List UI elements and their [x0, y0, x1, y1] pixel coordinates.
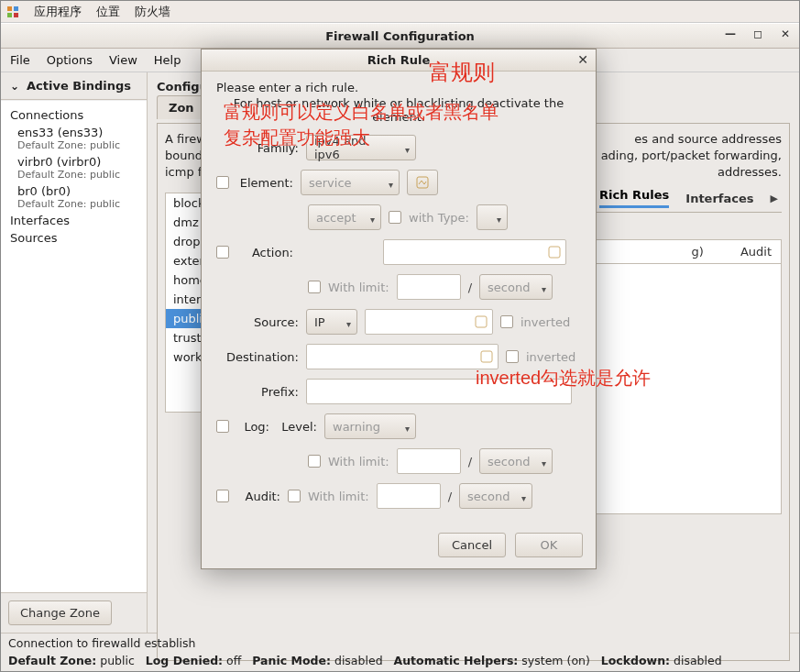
- element-checkbox[interactable]: [216, 176, 229, 189]
- dialog-intro: Please enter a rich rule.: [216, 81, 581, 94]
- col-gap: g): [692, 245, 704, 259]
- connection-sub: Default Zone: public: [17, 139, 147, 151]
- connection-item[interactable]: virbr0 (virbr0) Default Zone: public: [1, 153, 147, 182]
- log-limit-unit[interactable]: second▾: [479, 448, 553, 474]
- caret-down-icon: ▾: [389, 180, 393, 190]
- with-type-label: with Type:: [409, 211, 469, 225]
- with-type-checkbox[interactable]: [389, 211, 401, 224]
- log-withlimit-checkbox[interactable]: [308, 455, 321, 468]
- action-label: Action:: [236, 246, 293, 259]
- element-picker-button[interactable]: [407, 170, 438, 195]
- action-input[interactable]: [383, 239, 566, 265]
- change-zone-button[interactable]: Change Zone: [8, 600, 112, 625]
- caret-down-icon: ▾: [521, 493, 526, 503]
- group-interfaces[interactable]: Interfaces: [1, 212, 147, 229]
- element-select[interactable]: service▾: [301, 170, 400, 195]
- audit-checkbox[interactable]: [216, 490, 229, 502]
- audit-limit-unit[interactable]: second▾: [459, 483, 532, 509]
- caret-down-icon: ▾: [370, 215, 375, 225]
- with-limit-label: With limit:: [328, 455, 389, 468]
- desktop-menu-firewall[interactable]: 防火墙: [135, 4, 170, 20]
- tab-rich-rules[interactable]: Rich Rules: [599, 188, 669, 208]
- close-icon[interactable]: ✕: [577, 52, 588, 67]
- connection-item[interactable]: ens33 (ens33) Default Zone: public: [1, 124, 147, 153]
- svg-rect-7: [481, 351, 492, 362]
- dest-inverted-label: inverted: [526, 350, 575, 364]
- menu-options[interactable]: Options: [47, 53, 93, 67]
- window-close-icon[interactable]: ✕: [777, 26, 794, 42]
- log-limit-input[interactable]: [397, 448, 461, 474]
- connection-name: br0 (br0): [17, 184, 147, 198]
- window-minimize-icon[interactable]: —: [722, 26, 739, 42]
- menu-file[interactable]: File: [10, 53, 30, 67]
- active-bindings-header[interactable]: ⌄ Active Bindings: [1, 72, 147, 100]
- family-select[interactable]: ipv4 and ipv6▾: [306, 135, 416, 160]
- svg-rect-2: [7, 13, 12, 17]
- destination-label: Destination:: [216, 350, 299, 364]
- accept-select[interactable]: accept▾: [308, 204, 381, 230]
- with-limit-label: With limit:: [308, 490, 369, 503]
- audit-withlimit-checkbox[interactable]: [288, 490, 301, 502]
- dialog-titlebar: Rich Rule ✕: [202, 50, 596, 72]
- svg-rect-1: [14, 6, 18, 11]
- desktop-menubar: 应用程序 位置 防火墙: [1, 1, 799, 23]
- level-select[interactable]: warning▾: [324, 413, 416, 439]
- connection-name: ens33 (ens33): [17, 126, 147, 139]
- cancel-button[interactable]: Cancel: [438, 533, 506, 557]
- picker-icon: [547, 245, 562, 259]
- level-label: Level:: [277, 420, 317, 434]
- source-type-select[interactable]: IP▾: [306, 309, 357, 335]
- prefix-label: Prefix:: [216, 385, 299, 399]
- caret-down-icon: ▾: [542, 458, 546, 468]
- tab-interfaces[interactable]: Interfaces: [685, 192, 753, 205]
- caret-down-icon: ▾: [405, 424, 410, 434]
- caret-down-icon: ▾: [542, 284, 546, 294]
- chevron-down-icon: ⌄: [10, 80, 19, 93]
- prefix-input[interactable]: [306, 379, 572, 404]
- family-label: Family:: [216, 141, 299, 155]
- svg-rect-0: [7, 6, 12, 11]
- connection-sub: Default Zone: public: [17, 198, 147, 210]
- audit-limit-input[interactable]: [377, 483, 441, 509]
- action-withlimit-checkbox[interactable]: [308, 281, 321, 293]
- connection-name: virbr0 (virbr0): [17, 155, 147, 169]
- group-connections[interactable]: Connections: [1, 106, 147, 124]
- connection-item[interactable]: br0 (br0) Default Zone: public: [1, 182, 147, 212]
- col-audit: Audit: [740, 245, 772, 259]
- dest-inverted-checkbox[interactable]: [506, 350, 519, 363]
- desktop-menu-places[interactable]: 位置: [96, 4, 120, 20]
- menu-view[interactable]: View: [109, 53, 137, 67]
- menu-help[interactable]: Help: [154, 53, 181, 67]
- source-input[interactable]: [365, 309, 493, 335]
- caret-down-icon: ▾: [405, 145, 410, 155]
- action-checkbox[interactable]: [216, 246, 229, 259]
- dialog-title: Rich Rule: [367, 53, 431, 67]
- source-inverted-label: inverted: [521, 315, 570, 329]
- ok-button[interactable]: OK: [515, 533, 583, 557]
- svg-rect-6: [476, 316, 487, 327]
- caret-down-icon: ▾: [346, 319, 351, 329]
- dialog-subintro: For host or network white or blacklistin…: [216, 96, 581, 124]
- picker-icon: [474, 314, 488, 329]
- active-bindings-label: Active Bindings: [27, 79, 131, 93]
- window-titlebar: Firewall Configuration — ◻ ✕: [1, 23, 799, 49]
- with-limit-label: With limit:: [328, 281, 389, 294]
- svg-rect-5: [549, 247, 560, 258]
- action-limit-unit[interactable]: second▾: [479, 274, 553, 300]
- source-inverted-checkbox[interactable]: [500, 315, 513, 328]
- caret-down-icon: ▾: [497, 215, 501, 225]
- tab-zones[interactable]: Zon: [157, 95, 206, 119]
- connection-sub: Default Zone: public: [17, 169, 147, 181]
- picker-icon: [415, 175, 430, 190]
- svg-rect-3: [14, 13, 18, 17]
- group-sources[interactable]: Sources: [1, 229, 147, 247]
- destination-input[interactable]: [306, 344, 499, 369]
- chevron-right-icon[interactable]: ▶: [771, 193, 778, 204]
- log-checkbox[interactable]: [216, 420, 229, 433]
- action-limit-input[interactable]: [397, 274, 461, 300]
- desktop-menu-apps[interactable]: 应用程序: [34, 4, 82, 20]
- window-title: Firewall Configuration: [325, 29, 475, 43]
- rich-rule-dialog: Rich Rule ✕ Please enter a rich rule. Fo…: [201, 49, 597, 569]
- type-select[interactable]: ▾: [477, 204, 508, 230]
- window-maximize-icon[interactable]: ◻: [750, 26, 766, 42]
